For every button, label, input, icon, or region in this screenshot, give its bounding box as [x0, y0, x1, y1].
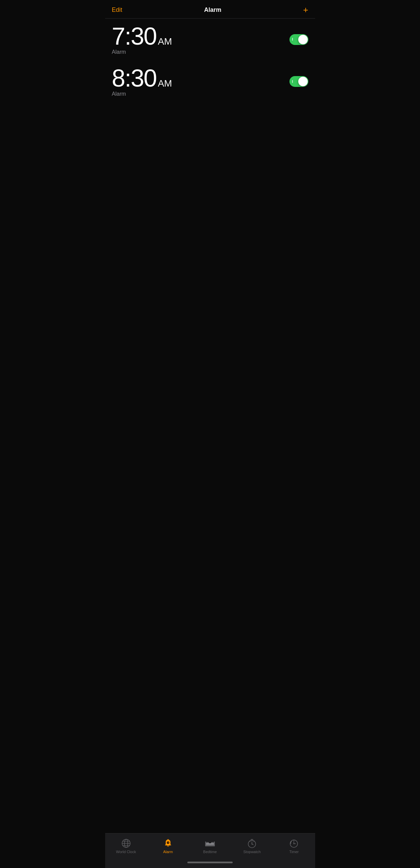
home-bar	[187, 862, 233, 863]
tab-bar: World Clock Alarm	[105, 833, 315, 857]
world-clock-icon	[121, 838, 131, 848]
toggle-label-1: I	[292, 38, 293, 41]
timer-icon	[289, 838, 299, 848]
toggle-switch-2[interactable]: I	[289, 76, 308, 87]
tab-stopwatch[interactable]: Stopwatch	[231, 837, 273, 855]
empty-content-area	[105, 102, 315, 833]
svg-point-28	[294, 843, 295, 844]
svg-point-22	[252, 844, 253, 845]
alarm-info-2: 8:30 AM Alarm	[112, 66, 289, 97]
alarm-period-1: AM	[158, 37, 172, 46]
page-title: Alarm	[204, 6, 221, 14]
home-indicator	[105, 857, 315, 868]
svg-line-18	[250, 841, 250, 842]
toggle-knob-2	[298, 77, 308, 86]
alarm-toggle-2[interactable]: I	[289, 76, 308, 87]
alarm-icon	[163, 838, 173, 848]
alarm-item-1[interactable]: 7:30 AM Alarm I	[105, 19, 315, 61]
alarm-item-2[interactable]: 8:30 AM Alarm I	[105, 61, 315, 102]
svg-rect-14	[206, 843, 214, 845]
bedtime-icon	[205, 838, 215, 848]
toggle-knob-1	[298, 35, 308, 44]
nav-bar: Edit Alarm +	[105, 0, 315, 18]
tab-world-clock[interactable]: World Clock	[105, 837, 147, 855]
stopwatch-icon	[247, 838, 257, 848]
bedtime-tab-label: Bedtime	[203, 850, 217, 854]
timer-tab-label: Timer	[289, 850, 299, 854]
edit-button[interactable]: Edit	[112, 6, 122, 14]
svg-line-19	[254, 841, 254, 842]
alarm-tab-label: Alarm	[163, 850, 173, 854]
toggle-switch-1[interactable]: I	[289, 34, 308, 45]
alarm-period-2: AM	[158, 79, 172, 88]
alarm-label-1: Alarm	[112, 49, 289, 55]
alarm-label-2: Alarm	[112, 91, 289, 97]
tab-bedtime[interactable]: Bedtime	[189, 837, 231, 855]
alarm-time-1: 7:30	[112, 24, 157, 48]
alarm-info-1: 7:30 AM Alarm	[112, 24, 289, 55]
alarm-toggle-1[interactable]: I	[289, 34, 308, 45]
toggle-label-2: I	[292, 80, 293, 84]
alarm-time-display-2: 8:30 AM	[112, 66, 289, 90]
svg-rect-13	[214, 842, 215, 846]
tab-timer[interactable]: Timer	[273, 837, 315, 855]
world-clock-tab-label: World Clock	[116, 850, 136, 854]
alarm-time-2: 8:30	[112, 66, 157, 90]
tab-alarm[interactable]: Alarm	[147, 837, 189, 855]
stopwatch-tab-label: Stopwatch	[243, 850, 261, 854]
svg-rect-12	[205, 842, 206, 846]
svg-point-5	[167, 839, 168, 840]
add-alarm-button[interactable]: +	[303, 5, 308, 14]
alarm-time-display-1: 7:30 AM	[112, 24, 289, 48]
